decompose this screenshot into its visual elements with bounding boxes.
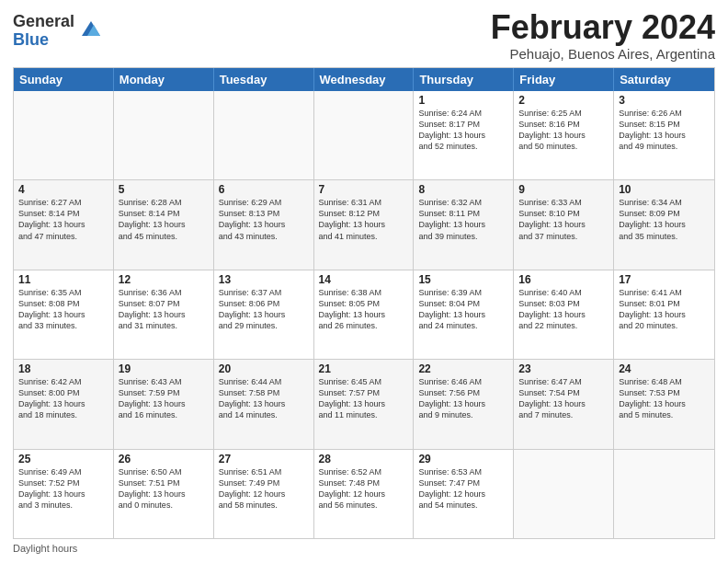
day-info: Sunrise: 6:36 AM Sunset: 8:07 PM Dayligh… [119,287,209,332]
cal-cell: 17Sunrise: 6:41 AM Sunset: 8:01 PM Dayli… [614,270,714,359]
cal-cell: 26Sunrise: 6:50 AM Sunset: 7:51 PM Dayli… [114,450,214,538]
day-number: 29 [418,453,508,465]
header-monday: Monday [114,68,214,91]
cal-cell [14,91,114,179]
day-number: 16 [518,273,609,286]
cal-cell: 25Sunrise: 6:49 AM Sunset: 7:52 PM Dayli… [14,450,114,538]
cal-row: 25Sunrise: 6:49 AM Sunset: 7:52 PM Dayli… [14,449,714,538]
cal-cell: 14Sunrise: 6:38 AM Sunset: 8:05 PM Dayli… [314,270,415,359]
day-info: Sunrise: 6:46 AM Sunset: 7:56 PM Dayligh… [418,376,508,421]
calendar-body: 1Sunrise: 6:24 AM Sunset: 8:17 PM Daylig… [14,91,714,538]
cal-cell: 16Sunrise: 6:40 AM Sunset: 8:03 PM Dayli… [514,270,614,359]
header: General Blue February 2024 Pehuajo, Buen… [13,9,715,62]
day-number: 9 [518,183,609,196]
day-info: Sunrise: 6:42 AM Sunset: 8:00 PM Dayligh… [18,376,108,421]
day-info: Sunrise: 6:45 AM Sunset: 7:57 PM Dayligh… [319,376,409,421]
cal-row: 18Sunrise: 6:42 AM Sunset: 8:00 PM Dayli… [14,359,714,448]
cal-cell [514,450,614,538]
day-number: 14 [319,273,409,286]
day-number: 2 [518,94,609,107]
day-info: Sunrise: 6:50 AM Sunset: 7:51 PM Dayligh… [119,466,209,511]
header-thursday: Thursday [414,68,514,91]
day-number: 7 [319,183,409,196]
day-info: Sunrise: 6:34 AM Sunset: 8:09 PM Dayligh… [619,197,710,242]
cal-cell: 18Sunrise: 6:42 AM Sunset: 8:00 PM Dayli… [14,360,114,448]
day-info: Sunrise: 6:43 AM Sunset: 7:59 PM Dayligh… [119,376,209,421]
cal-cell: 11Sunrise: 6:35 AM Sunset: 8:08 PM Dayli… [14,270,114,359]
day-number: 8 [418,183,508,196]
cal-cell: 13Sunrise: 6:37 AM Sunset: 8:06 PM Dayli… [214,270,314,359]
cal-cell: 7Sunrise: 6:31 AM Sunset: 8:12 PM Daylig… [314,180,415,269]
day-number: 6 [219,183,309,196]
day-number: 26 [119,453,209,465]
cal-cell: 24Sunrise: 6:48 AM Sunset: 7:53 PM Dayli… [614,360,714,448]
header-friday: Friday [514,68,614,91]
day-info: Sunrise: 6:38 AM Sunset: 8:05 PM Dayligh… [319,287,409,332]
logo-blue: Blue [13,31,74,50]
day-number: 3 [619,94,710,107]
day-number: 12 [119,273,209,286]
day-number: 23 [518,362,609,375]
logo-general: General [13,13,74,31]
day-number: 22 [418,362,508,375]
day-number: 17 [619,273,710,286]
cal-cell: 15Sunrise: 6:39 AM Sunset: 8:04 PM Dayli… [414,270,514,359]
day-info: Sunrise: 6:40 AM Sunset: 8:03 PM Dayligh… [518,287,609,332]
page: General Blue February 2024 Pehuajo, Buen… [0,0,728,563]
day-number: 13 [219,273,309,286]
cal-cell [214,91,314,179]
cal-cell: 10Sunrise: 6:34 AM Sunset: 8:09 PM Dayli… [614,180,714,269]
day-number: 18 [18,362,108,375]
day-number: 19 [119,362,209,375]
calendar-header: Sunday Monday Tuesday Wednesday Thursday… [14,68,714,91]
header-tuesday: Tuesday [214,68,314,91]
day-number: 20 [219,362,309,375]
cal-cell: 22Sunrise: 6:46 AM Sunset: 7:56 PM Dayli… [414,360,514,448]
day-info: Sunrise: 6:48 AM Sunset: 7:53 PM Dayligh… [619,376,710,421]
logo: General Blue [13,13,104,50]
header-saturday: Saturday [614,68,714,91]
subtitle: Pehuajo, Buenos Aires, Argentina [491,46,715,62]
cal-row: 11Sunrise: 6:35 AM Sunset: 8:08 PM Dayli… [14,270,714,359]
day-number: 15 [418,273,508,286]
cal-cell: 20Sunrise: 6:44 AM Sunset: 7:58 PM Dayli… [214,360,314,448]
day-info: Sunrise: 6:24 AM Sunset: 8:17 PM Dayligh… [418,108,508,153]
day-info: Sunrise: 6:41 AM Sunset: 8:01 PM Dayligh… [619,287,710,332]
cal-cell: 5Sunrise: 6:28 AM Sunset: 8:14 PM Daylig… [114,180,214,269]
main-title: February 2024 [491,9,715,46]
cal-cell: 6Sunrise: 6:29 AM Sunset: 8:13 PM Daylig… [214,180,314,269]
day-info: Sunrise: 6:39 AM Sunset: 8:04 PM Dayligh… [418,287,508,332]
cal-cell: 3Sunrise: 6:26 AM Sunset: 8:15 PM Daylig… [614,91,714,179]
calendar: Sunday Monday Tuesday Wednesday Thursday… [13,67,715,539]
cal-cell: 27Sunrise: 6:51 AM Sunset: 7:49 PM Dayli… [214,450,314,538]
day-info: Sunrise: 6:53 AM Sunset: 7:47 PM Dayligh… [418,466,508,511]
cal-cell: 28Sunrise: 6:52 AM Sunset: 7:48 PM Dayli… [314,450,415,538]
cal-cell: 12Sunrise: 6:36 AM Sunset: 8:07 PM Dayli… [114,270,214,359]
header-sunday: Sunday [14,68,114,91]
title-block: February 2024 Pehuajo, Buenos Aires, Arg… [491,9,715,62]
day-number: 24 [619,362,710,375]
day-number: 1 [418,94,508,107]
day-info: Sunrise: 6:32 AM Sunset: 8:11 PM Dayligh… [418,197,508,242]
day-number: 11 [18,273,108,286]
day-number: 5 [119,183,209,196]
day-info: Sunrise: 6:37 AM Sunset: 8:06 PM Dayligh… [219,287,309,332]
cal-cell: 8Sunrise: 6:32 AM Sunset: 8:11 PM Daylig… [414,180,514,269]
cal-cell [114,91,214,179]
cal-cell: 29Sunrise: 6:53 AM Sunset: 7:47 PM Dayli… [414,450,514,538]
footer: Daylight hours [13,543,715,554]
cal-cell [614,450,714,538]
cal-cell: 1Sunrise: 6:24 AM Sunset: 8:17 PM Daylig… [414,91,514,179]
day-number: 10 [619,183,710,196]
day-info: Sunrise: 6:51 AM Sunset: 7:49 PM Dayligh… [219,466,309,511]
cal-cell: 4Sunrise: 6:27 AM Sunset: 8:14 PM Daylig… [14,180,114,269]
day-info: Sunrise: 6:25 AM Sunset: 8:16 PM Dayligh… [518,108,609,153]
cal-cell: 9Sunrise: 6:33 AM Sunset: 8:10 PM Daylig… [514,180,614,269]
cal-cell: 19Sunrise: 6:43 AM Sunset: 7:59 PM Dayli… [114,360,214,448]
day-info: Sunrise: 6:31 AM Sunset: 8:12 PM Dayligh… [319,197,409,242]
day-number: 25 [18,453,108,465]
logo-icon [78,16,104,41]
cal-row: 4Sunrise: 6:27 AM Sunset: 8:14 PM Daylig… [14,179,714,269]
cal-row: 1Sunrise: 6:24 AM Sunset: 8:17 PM Daylig… [14,91,714,179]
day-info: Sunrise: 6:47 AM Sunset: 7:54 PM Dayligh… [518,376,609,421]
